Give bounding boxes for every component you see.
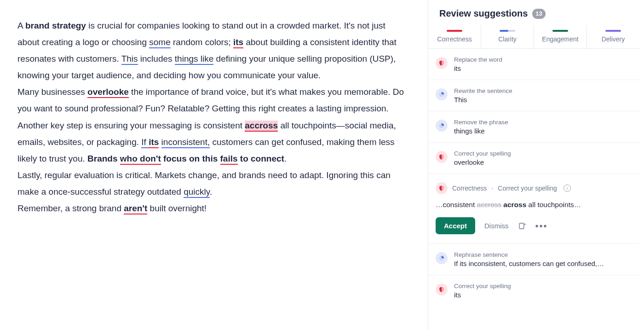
suggestion-body: Correct your spelling overlooke	[454, 150, 629, 166]
suggestion-list[interactable]: Replace the word its Rewrite the sentenc…	[428, 49, 639, 330]
suggestion-title: Correct your spelling	[454, 150, 629, 157]
editor-pane[interactable]: A brand strategy is crucial for companie…	[0, 0, 428, 330]
suggestion-body: Replace the word its	[454, 56, 629, 72]
strikethrough-text: accross	[477, 201, 501, 208]
bold-text: focus on this	[161, 154, 220, 163]
suggestion-count-badge: 13	[532, 9, 545, 19]
suggestion-item[interactable]: Replace the word its	[428, 49, 639, 80]
clarity-underline[interactable]: inconsistent,	[161, 137, 210, 148]
expanded-title: Correct your spelling	[498, 185, 557, 192]
shield-icon	[436, 57, 448, 69]
context-after: all touchpoints…	[526, 201, 581, 208]
paragraph-2: Many businesses overlooke the importance…	[17, 84, 409, 117]
clarity-underline[interactable]: quickly	[184, 187, 210, 198]
more-options-icon[interactable]: •••	[535, 224, 548, 228]
text: built overnight!	[147, 203, 207, 213]
shield-icon	[436, 151, 448, 163]
paragraph-3: Another key step is ensuring your messag…	[17, 117, 409, 167]
suggestion-word: its	[454, 64, 629, 72]
text	[159, 137, 161, 147]
correctness-underline[interactable]: its	[233, 37, 243, 48]
swatch-clarity	[500, 30, 515, 32]
suggestion-body: Remove the phrase things like	[454, 119, 629, 135]
suggestion-item[interactable]: Correct your spelling its	[428, 275, 639, 306]
accept-button[interactable]: Accept	[436, 217, 475, 234]
tab-label: Delivery	[602, 35, 625, 43]
tab-engagement[interactable]: Engagement	[534, 25, 587, 48]
text: Many businesses	[17, 87, 87, 97]
suggestion-word: This	[454, 96, 629, 104]
suggestion-item[interactable]: Rewrite the sentence This	[428, 80, 639, 111]
suggestions-sidebar: Review suggestions 13 Correctness Clarit…	[428, 0, 639, 330]
expanded-suggestion: Correctness · Correct your spelling i …c…	[428, 174, 639, 244]
text: random colors;	[171, 37, 233, 47]
info-icon[interactable]: i	[564, 185, 571, 192]
text: .	[210, 187, 212, 197]
expanded-preview: …consistent accross across all touchpoin…	[436, 201, 630, 209]
sidebar-title: Review suggestions	[439, 8, 528, 19]
correctness-underline[interactable]: fails	[220, 154, 238, 165]
suggestion-word: its	[454, 291, 629, 299]
tab-delivery[interactable]: Delivery	[587, 25, 639, 48]
clarity-underline[interactable]: This	[121, 54, 138, 65]
correctness-underline[interactable]: aren't	[124, 203, 147, 214]
tab-clarity[interactable]: Clarity	[481, 25, 534, 48]
category-tabs: Correctness Clarity Engagement Delivery	[428, 25, 639, 49]
expanded-header: Correctness · Correct your spelling i	[436, 182, 630, 194]
suggestion-title: Rephrase sentence	[454, 251, 629, 258]
bold-text: Brands	[87, 154, 120, 163]
suggestion-item[interactable]: Correct your spelling overlooke	[428, 143, 639, 174]
replacement-text: across	[501, 201, 526, 208]
expanded-actions: Accept Dismiss •••	[436, 217, 630, 234]
add-to-dictionary-icon[interactable]	[518, 222, 526, 230]
bold-text: brand strategy	[25, 21, 86, 30]
suggestion-title: Correct your spelling	[454, 283, 629, 289]
paragraph-5: Remember, a strong brand aren't built ov…	[17, 200, 409, 217]
swatch-engagement	[552, 30, 568, 32]
paragraph-1: A brand strategy is crucial for companie…	[17, 17, 409, 84]
tab-label: Correctness	[437, 35, 472, 43]
suggestion-body: Rewrite the sentence This	[454, 87, 629, 104]
active-correctness-highlight[interactable]: accross	[245, 121, 278, 132]
suggestion-word: If its inconsistent, customers can get c…	[454, 260, 629, 267]
tab-label: Clarity	[498, 35, 517, 43]
svg-rect-2	[519, 223, 524, 229]
text: Another key step is ensuring your messag…	[17, 121, 245, 130]
suggestion-body: Rephrase sentence If its inconsistent, c…	[454, 251, 629, 267]
expanded-category: Correctness	[452, 185, 487, 192]
clarity-underline[interactable]: things like	[175, 54, 214, 65]
suggestion-title: Replace the word	[454, 56, 629, 63]
suggestion-item[interactable]: Rephrase sentence If its inconsistent, c…	[428, 244, 639, 275]
shield-icon	[436, 284, 448, 295]
correctness-underline[interactable]: who don't	[120, 154, 161, 165]
suggestion-title: Remove the phrase	[454, 119, 629, 126]
context-before: …consistent	[436, 201, 477, 208]
text: includes	[138, 54, 175, 64]
text: Remember, a strong brand	[17, 203, 124, 213]
text: A	[17, 21, 25, 30]
shield-icon	[436, 182, 448, 194]
suggestion-title: Rewrite the sentence	[454, 87, 629, 94]
separator: ·	[491, 185, 493, 192]
suggestion-item[interactable]: Remove the phrase things like	[428, 111, 639, 143]
clarity-underline[interactable]: If its	[141, 137, 159, 148]
correctness-underline[interactable]: its	[149, 137, 159, 148]
clarity-icon	[436, 252, 448, 264]
dismiss-button[interactable]: Dismiss	[484, 222, 509, 230]
paragraph-4: Lastly, regular evaluation is critical. …	[17, 167, 409, 200]
text: If	[141, 137, 149, 147]
suggestion-body: Correct your spelling its	[454, 283, 629, 299]
tab-label: Engagement	[542, 35, 578, 43]
text: .	[284, 154, 287, 163]
bold-text: to connect	[238, 154, 284, 163]
clarity-underline[interactable]: some	[149, 37, 170, 48]
swatch-delivery	[605, 30, 621, 32]
clarity-icon	[436, 88, 448, 100]
suggestion-word: overlooke	[454, 158, 629, 166]
swatch-correctness	[447, 30, 462, 32]
correctness-underline[interactable]: overlooke	[87, 87, 129, 98]
clarity-icon	[436, 120, 448, 132]
suggestion-word: things like	[454, 127, 629, 135]
tab-correctness[interactable]: Correctness	[428, 25, 481, 48]
sidebar-header: Review suggestions 13	[428, 0, 639, 25]
